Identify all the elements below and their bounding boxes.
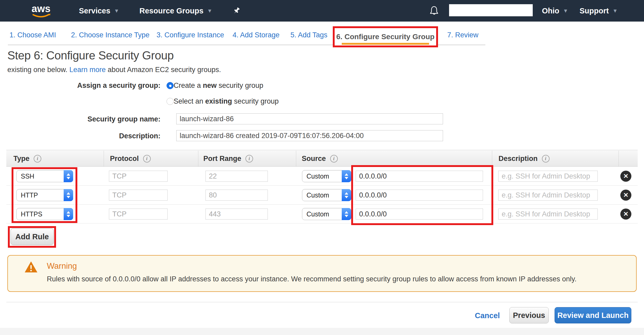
- column-divider: [492, 151, 492, 166]
- select-stepper-icon: [64, 189, 73, 201]
- cancel-button[interactable]: Cancel: [475, 311, 500, 320]
- rule-type-select[interactable]: HTTPS: [16, 208, 73, 220]
- region-label: Ohio: [542, 7, 559, 15]
- source-mode-select[interactable]: Custom: [302, 189, 351, 201]
- security-rules-table: Typei Protocoli Port Rangei Sourcei Desc…: [6, 150, 638, 224]
- footer-divider: [6, 302, 638, 302]
- delete-rule-button[interactable]: ✕: [620, 171, 631, 182]
- tab-review[interactable]: 7. Review: [447, 31, 479, 39]
- services-label: Services: [79, 7, 110, 15]
- chevron-down-icon: ▼: [207, 8, 212, 14]
- info-icon[interactable]: i: [34, 155, 41, 163]
- account-menu-blank[interactable]: [449, 4, 533, 16]
- page-intro: existing one below. Learn more about Ama…: [7, 66, 221, 74]
- tab-add-tags[interactable]: 5. Add Tags: [290, 31, 328, 39]
- header-type: Typei: [13, 150, 41, 167]
- tab-add-storage[interactable]: 4. Add Storage: [233, 31, 280, 39]
- radio-selected-icon[interactable]: [167, 82, 174, 89]
- learn-more-link[interactable]: Learn more: [69, 66, 106, 74]
- assign-security-group-label: Assign a security group:: [6, 82, 160, 90]
- chevron-down-icon: ▼: [563, 8, 568, 14]
- column-divider: [104, 151, 104, 166]
- warning-title: Warning: [47, 261, 77, 271]
- delete-rule-button[interactable]: ✕: [620, 190, 631, 201]
- rule-description-input[interactable]: [498, 171, 598, 182]
- info-icon[interactable]: i: [330, 155, 338, 163]
- column-divider: [198, 151, 198, 166]
- rule-description-input[interactable]: [498, 190, 598, 201]
- rule-type-value: HTTP: [17, 191, 64, 199]
- intro-suffix: about Amazon EC2 security groups.: [106, 66, 221, 74]
- top-navbar: aws Services ▼ Resource Groups ▼: [0, 0, 644, 22]
- chevron-down-icon: ▼: [114, 8, 119, 14]
- notifications-button[interactable]: [429, 0, 439, 22]
- active-tab-underline: [342, 43, 429, 45]
- pin-button[interactable]: [232, 0, 241, 22]
- source-ip-input[interactable]: [356, 209, 483, 220]
- security-group-name-input[interactable]: [176, 113, 443, 124]
- wizard-step-tabs: 1. Choose AMI 2. Choose Instance Type 3.…: [0, 22, 644, 47]
- chevron-down-icon: ▼: [612, 8, 618, 14]
- select-stepper-icon: [342, 208, 351, 220]
- delete-rule-button[interactable]: ✕: [620, 209, 631, 220]
- radio-unselected-icon[interactable]: [167, 98, 174, 105]
- source-mode-select[interactable]: Custom: [302, 170, 351, 182]
- table-header: Typei Protocoli Port Rangei Sourcei Desc…: [6, 150, 638, 167]
- select-stepper-icon: [342, 170, 351, 182]
- security-rule-row-ssh: SSH Custom ✕: [6, 167, 638, 186]
- info-icon[interactable]: i: [143, 155, 151, 163]
- rule-type-select[interactable]: SSH: [16, 170, 73, 182]
- support-menu[interactable]: Support ▼: [580, 0, 618, 22]
- info-icon[interactable]: i: [245, 155, 253, 163]
- tab-choose-ami[interactable]: 1. Choose AMI: [9, 31, 56, 39]
- rule-type-value: HTTPS: [17, 210, 64, 218]
- security-group-description-input[interactable]: [176, 130, 443, 141]
- previous-button[interactable]: Previous: [509, 307, 549, 323]
- port-range-input: [205, 190, 268, 201]
- protocol-input: [109, 209, 168, 220]
- aws-logo-icon: aws: [29, 3, 55, 19]
- tab-choose-instance-type[interactable]: 2. Choose Instance Type: [71, 31, 149, 39]
- tab-configure-security-group[interactable]: 6. Configure Security Group: [336, 33, 434, 41]
- source-ip-input[interactable]: [356, 171, 483, 182]
- rule-type-value: SSH: [17, 172, 64, 180]
- services-menu[interactable]: Services ▼: [79, 0, 119, 22]
- footer-bar: [0, 328, 644, 335]
- source-mode-value: Custom: [302, 210, 342, 218]
- bell-icon: [429, 6, 439, 16]
- add-rule-button[interactable]: Add Rule: [11, 228, 54, 245]
- header-description: Descriptioni: [499, 150, 550, 167]
- protocol-input: [109, 171, 168, 182]
- source-ip-input[interactable]: [356, 190, 483, 201]
- intro-prefix: existing one below.: [7, 66, 69, 74]
- warning-icon: [24, 261, 38, 273]
- security-rule-row-https: HTTPS Custom ✕: [6, 205, 638, 224]
- radio-existing-label: Select an existing security group: [174, 97, 279, 105]
- source-mode-select[interactable]: Custom: [302, 208, 351, 220]
- radio-create-new-group[interactable]: Create a new security group: [167, 82, 263, 90]
- warning-body: Rules with source of 0.0.0.0/0 allow all…: [47, 275, 626, 283]
- review-and-launch-button[interactable]: Review and Launch: [555, 307, 631, 323]
- radio-select-existing-group[interactable]: Select an existing security group: [167, 97, 279, 105]
- resource-groups-label: Resource Groups: [139, 7, 203, 15]
- warning-panel: Warning Rules with source of 0.0.0.0/0 a…: [7, 255, 637, 292]
- select-stepper-icon: [342, 189, 351, 201]
- page-title: Step 6: Configure Security Group: [7, 49, 174, 62]
- rule-description-input[interactable]: [498, 209, 598, 220]
- description-label: Description:: [6, 132, 160, 140]
- aws-logo[interactable]: aws: [29, 3, 55, 20]
- protocol-input: [109, 190, 168, 201]
- port-range-input: [205, 171, 268, 182]
- info-icon[interactable]: i: [542, 155, 550, 163]
- resource-groups-menu[interactable]: Resource Groups ▼: [139, 0, 212, 22]
- tab-configure-instance[interactable]: 3. Configure Instance: [157, 31, 224, 39]
- header-protocol: Protocoli: [110, 150, 151, 167]
- svg-text:aws: aws: [32, 3, 51, 14]
- rule-type-select[interactable]: HTTP: [16, 189, 73, 201]
- security-group-name-label: Security group name:: [6, 115, 160, 123]
- ec2-launch-wizard-screen: aws Services ▼ Resource Groups ▼: [0, 0, 644, 335]
- source-mode-value: Custom: [302, 191, 342, 199]
- select-stepper-icon: [64, 208, 73, 220]
- region-menu[interactable]: Ohio ▼: [542, 0, 568, 22]
- port-range-input: [205, 209, 268, 220]
